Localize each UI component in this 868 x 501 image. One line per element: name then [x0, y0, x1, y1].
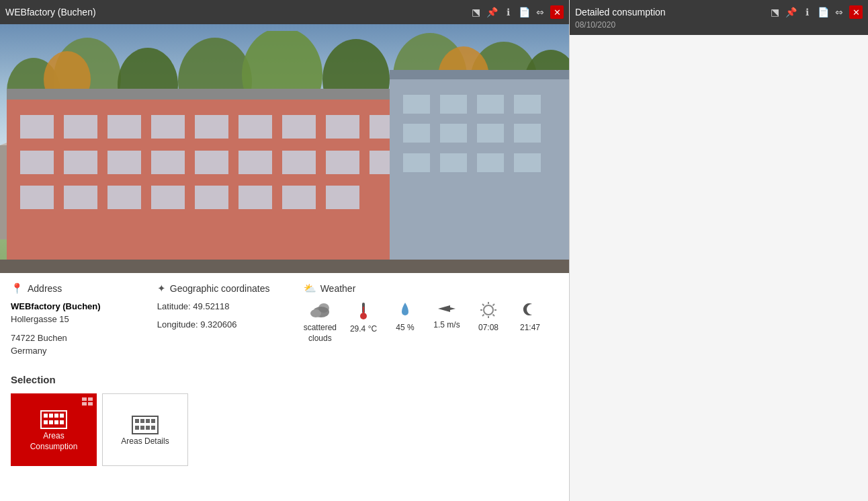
svg-rect-17	[7, 89, 410, 100]
svg-rect-100	[151, 419, 155, 423]
svg-rect-89	[49, 414, 53, 418]
areas-consumption-card[interactable]: AreasConsumption	[11, 393, 97, 466]
humidity-label: 45 %	[396, 323, 414, 334]
content-area: 📍 Address WEBfactory (Buchen) Hollergass…	[0, 273, 569, 501]
svg-rect-49	[514, 95, 541, 114]
svg-point-74	[484, 305, 493, 315]
export-icon[interactable]: ⬔	[470, 7, 482, 17]
address-name: WEBfactory (Buchen)	[11, 301, 144, 311]
info-row: 📍 Address WEBfactory (Buchen) Hollergass…	[11, 282, 558, 358]
close-button[interactable]: ✕	[550, 5, 564, 19]
weather-sunset: 21:47	[515, 301, 545, 334]
svg-rect-86	[88, 402, 93, 406]
svg-rect-97	[135, 419, 139, 423]
svg-rect-46	[403, 95, 430, 114]
thermometer-icon	[359, 301, 368, 320]
address-street: Hollergasse 15	[11, 313, 144, 326]
address-section: 📍 Address WEBfactory (Buchen) Hollergass…	[11, 282, 157, 358]
areas-details-icon	[131, 412, 159, 436]
right-info-icon[interactable]: ℹ	[801, 7, 813, 17]
svg-rect-23	[238, 115, 272, 139]
svg-rect-37	[64, 186, 97, 209]
svg-rect-92	[44, 420, 48, 424]
svg-rect-94	[54, 420, 58, 424]
svg-rect-95	[60, 420, 64, 424]
weather-section: ⛅ Weather scatteredclouds	[304, 282, 558, 358]
hero-image: Sitetype Office	[0, 24, 569, 273]
geo-section-title: ✦ Geographic coordinates	[157, 282, 290, 295]
svg-point-69	[318, 303, 329, 313]
humidity-icon	[399, 301, 411, 319]
svg-rect-19	[64, 115, 97, 139]
card-corner-icon	[81, 397, 93, 406]
svg-rect-90	[54, 414, 58, 418]
weather-humidity: 45 %	[390, 301, 420, 334]
right-panel-date: 08/10/2020	[575, 20, 863, 30]
svg-rect-45	[390, 70, 569, 79]
left-panel-title: WEBfactory (Buchen)	[5, 7, 96, 17]
svg-rect-99	[146, 419, 150, 423]
svg-rect-27	[20, 151, 54, 174]
areas-details-label: Areas Details	[121, 436, 169, 447]
svg-rect-55	[440, 153, 467, 172]
svg-rect-20	[107, 115, 141, 139]
right-pin-icon[interactable]: 📌	[785, 7, 797, 17]
longitude: Longitude: 9.320606	[157, 319, 290, 330]
weather-section-title: ⛅ Weather	[304, 282, 545, 295]
svg-rect-53	[514, 124, 541, 143]
latitude: Latitude: 49.52118	[157, 301, 290, 311]
svg-rect-21	[151, 115, 185, 139]
areas-consumption-icon	[40, 407, 68, 431]
sunrise-icon	[480, 301, 497, 319]
right-split-icon[interactable]: ⇔	[833, 7, 845, 17]
info-icon[interactable]: ℹ	[502, 7, 514, 17]
svg-rect-88	[44, 414, 48, 418]
wind-label: 1.5 m/s	[433, 320, 460, 331]
selection-cards: AreasConsumption Areas Details	[11, 393, 558, 466]
document-icon[interactable]: 📄	[518, 7, 530, 17]
svg-rect-36	[20, 186, 54, 209]
svg-rect-84	[88, 397, 93, 401]
svg-rect-104	[151, 426, 155, 430]
geo-icon: ✦	[157, 282, 166, 295]
svg-rect-72	[363, 307, 364, 313]
right-close-button[interactable]: ✕	[849, 5, 863, 19]
svg-rect-96	[132, 416, 158, 434]
svg-line-81	[493, 304, 495, 306]
right-export-icon[interactable]: ⬔	[769, 7, 781, 17]
right-document-icon[interactable]: 📄	[817, 7, 829, 17]
svg-rect-57	[514, 153, 541, 172]
main-building-svg	[0, 65, 569, 273]
svg-point-71	[360, 313, 367, 319]
svg-rect-24	[282, 115, 316, 139]
left-title-bar: WEBfactory (Buchen) ⬔ 📌 ℹ 📄 ⇔ ✕	[0, 0, 569, 24]
wind-icon	[437, 301, 457, 316]
svg-rect-54	[403, 153, 430, 172]
pin-icon[interactable]: 📌	[486, 7, 498, 17]
svg-rect-48	[477, 95, 504, 114]
svg-marker-73	[438, 305, 455, 312]
right-title-main: Detailed consumption ⬔ 📌 ℹ 📄 ⇔ ✕	[575, 5, 863, 19]
svg-rect-91	[60, 414, 64, 418]
svg-rect-102	[140, 426, 144, 430]
expand-icon	[82, 397, 93, 406]
scattered-clouds-icon	[309, 301, 331, 319]
address-country: Germany	[11, 344, 144, 358]
areas-details-card[interactable]: Areas Details	[102, 393, 188, 466]
right-panel-title: Detailed consumption	[575, 7, 666, 17]
svg-rect-58	[0, 260, 569, 273]
left-panel: WEBfactory (Buchen) ⬔ 📌 ℹ 📄 ⇔ ✕	[0, 0, 570, 501]
svg-rect-28	[64, 151, 97, 174]
svg-rect-38	[107, 186, 141, 209]
weather-sunrise: 07:08	[474, 301, 503, 334]
svg-rect-87	[41, 411, 67, 428]
svg-rect-83	[82, 397, 87, 401]
svg-rect-52	[477, 124, 504, 143]
split-icon[interactable]: ⇔	[534, 7, 546, 17]
location-icon: 📍	[11, 282, 24, 295]
svg-rect-51	[440, 124, 467, 143]
svg-rect-47	[440, 95, 467, 114]
svg-rect-85	[82, 402, 87, 406]
svg-rect-41	[238, 186, 272, 209]
svg-rect-93	[49, 420, 53, 424]
